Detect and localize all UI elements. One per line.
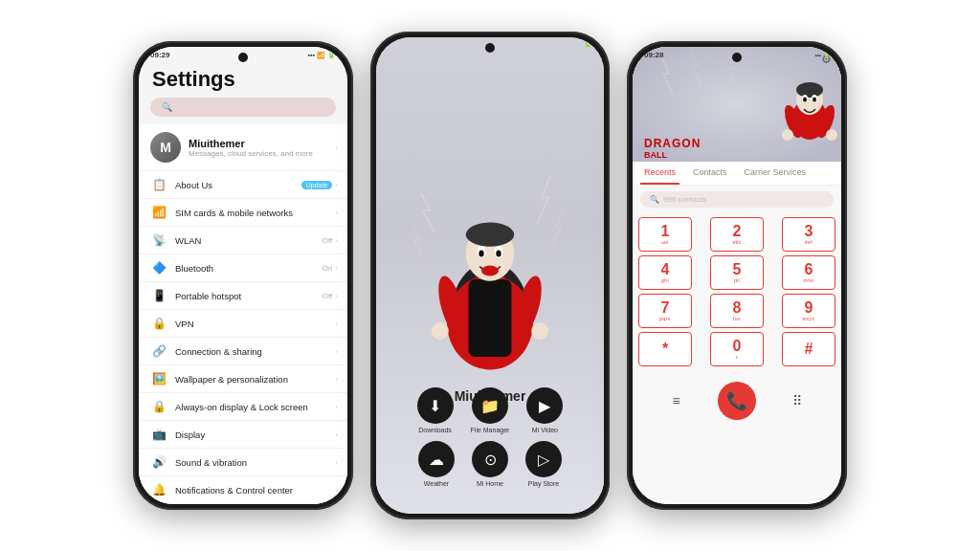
phone-settings: 09:29 ▪▪▪ 📶 🔋 Settings 🔍 M Miuithemer Me… [133, 41, 353, 510]
app-item[interactable]: ▷ Play Store [525, 441, 562, 487]
search-bar[interactable]: 🔍 [150, 98, 336, 117]
keypad-row: 4 ghi 5 jkl 6 mno [638, 255, 835, 290]
item-right: › [335, 403, 338, 411]
settings-item[interactable]: 📶 SIM cards & mobile networks › [139, 199, 347, 227]
key-letters: def [805, 239, 813, 245]
item-text: Bluetooth [175, 263, 315, 274]
settings-item[interactable]: 🔒 Always-on display & Lock screen › [139, 393, 347, 421]
settings-item[interactable]: 🔒 VPN › [139, 310, 347, 338]
item-text: Notifications & Control center [175, 485, 327, 496]
settings-item[interactable]: 📺 Display › [139, 421, 347, 449]
item-label: Display [175, 430, 327, 440]
chevron-icon: › [335, 209, 338, 217]
item-right: › [335, 486, 338, 495]
key-4[interactable]: 4 ghi [638, 255, 692, 290]
chevron-icon: › [335, 430, 338, 439]
settings-item[interactable]: 📱 Portable hotspot Off› [139, 282, 347, 310]
chevron-icon: › [335, 458, 338, 467]
app-label: Mi Video [532, 427, 558, 433]
dialer-tab-contacts[interactable]: Contacts [689, 162, 731, 185]
keypad-row: * 0 + # [638, 332, 835, 366]
menu-button[interactable]: ≡ [661, 386, 692, 416]
item-text: Connection & sharing [175, 346, 327, 357]
item-label: SIM cards & mobile networks [175, 208, 327, 218]
key-0[interactable]: 0 + [710, 332, 764, 366]
svg-point-9 [481, 266, 499, 276]
app-icon: ▶ [526, 387, 563, 424]
keypad-row: 1 ωο 2 abc 3 def [638, 217, 835, 252]
item-icon: 🖼️ [150, 370, 167, 387]
item-icon: 📱 [150, 287, 167, 304]
dialer-tab-recents[interactable]: Recents [640, 162, 679, 185]
settings-item[interactable]: 🔊 Sound & vibration › [139, 449, 347, 476]
key-#[interactable]: # [782, 332, 835, 366]
search-icon: 🔍 [162, 102, 172, 112]
key-6[interactable]: 6 mno [782, 255, 835, 290]
svg-point-27 [826, 129, 837, 141]
item-text: VPN [175, 319, 327, 329]
dialer-status-icons: ▪▪▪ 🔋 [815, 52, 830, 58]
key-5[interactable]: 5 jkl [710, 255, 764, 290]
key-8[interactable]: 8 tuv [710, 294, 764, 328]
item-text: WLAN [175, 235, 315, 246]
dialer-tab-carrier-services[interactable]: Carrier Services [741, 162, 811, 185]
item-right: › [335, 375, 338, 384]
app-item[interactable]: 📁 File Manager [471, 387, 510, 433]
item-label: VPN [175, 319, 327, 329]
item-icon: 📋 [150, 176, 167, 193]
punch-hole-2 [485, 43, 495, 53]
item-icon: 🔒 [150, 315, 167, 332]
key-number: 8 [733, 300, 742, 316]
settings-item[interactable]: 🔷 Bluetooth On› [139, 254, 347, 282]
key-number: 0 [733, 339, 742, 354]
chevron-icon: › [335, 181, 338, 189]
dialer-tabs: RecentsContactsCarrier Services [633, 162, 841, 186]
search-contacts-placeholder: 996 contacts [663, 195, 706, 204]
app-label: Weather [424, 480, 449, 487]
settings-item[interactable]: 📡 WLAN Off› [139, 227, 347, 254]
profile-item[interactable]: M Miuithemer Messages, cloud services, a… [139, 124, 347, 171]
status-time: 09:29 [150, 51, 169, 59]
key-letters: mno [803, 277, 813, 283]
chevron-icon: › [335, 292, 338, 300]
settings-item[interactable]: 🔗 Connection & sharing › [139, 338, 347, 365]
svg-rect-2 [469, 279, 512, 357]
key-number: * [662, 342, 668, 357]
app-icon: ⊙ [472, 441, 508, 477]
app-item[interactable]: ▶ Mi Video [526, 387, 563, 433]
key-1[interactable]: 1 ωο [638, 217, 692, 252]
key-9[interactable]: 9 wxyz [782, 294, 835, 328]
key-3[interactable]: 3 def [782, 217, 835, 252]
key-2[interactable]: 2 abc [710, 217, 764, 252]
svg-point-7 [479, 250, 483, 256]
item-right: Off› [323, 236, 338, 245]
app-item[interactable]: ⊙ Mi Home [472, 441, 508, 487]
settings-item[interactable]: 🖼️ Wallpaper & personalization › [139, 365, 347, 393]
app-item[interactable]: ☁ Weather [418, 441, 455, 487]
punch-hole [238, 53, 248, 62]
chevron-icon: › [335, 403, 338, 411]
app-icon: 📁 [472, 387, 508, 424]
chevron-icon: › [335, 347, 338, 356]
settings-item[interactable]: 🔔 Notifications & Control center › [139, 476, 347, 504]
svg-point-23 [813, 98, 816, 102]
dialpad-button[interactable]: ⠿ [782, 386, 813, 416]
key-number: 9 [805, 300, 813, 316]
key-7[interactable]: 7 pqrs [638, 294, 692, 328]
key-number: 3 [805, 224, 813, 239]
item-icon: 📶 [150, 204, 167, 221]
app-row: ⬇ Downloads 📁 File Manager ▶ Mi Video [386, 387, 594, 433]
svg-point-13 [531, 322, 548, 340]
key-*[interactable]: * [638, 332, 692, 366]
home-status-icons: 🔋 [584, 41, 592, 49]
item-value: Off [323, 236, 333, 245]
item-label: Bluetooth [175, 263, 315, 274]
item-label: Always-on display & Lock screen [175, 402, 327, 412]
settings-item[interactable]: 📋 About Us Update› [139, 171, 347, 199]
call-button[interactable]: 📞 [718, 382, 756, 420]
app-item[interactable]: ⬇ Downloads [417, 387, 454, 433]
chevron-icon: › [335, 264, 338, 273]
item-text: Display [175, 430, 327, 440]
search-contacts[interactable]: 🔍 996 contacts [640, 191, 834, 208]
key-letters: abc [732, 239, 742, 245]
